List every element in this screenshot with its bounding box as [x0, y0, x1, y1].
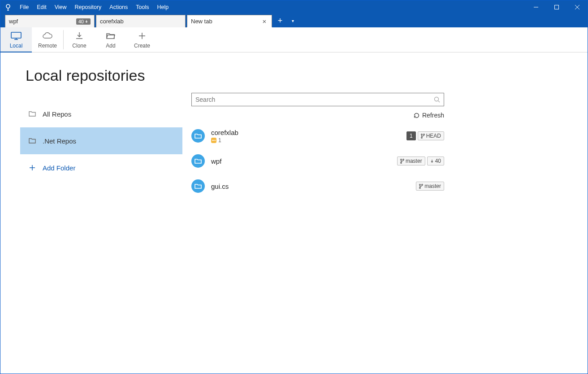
main-content: Local repositories All Repos .Net Repos … [0, 52, 588, 199]
branch-tag[interactable]: master [416, 182, 444, 191]
tab-title: New tab [191, 18, 261, 25]
plus-icon [138, 31, 146, 41]
repo-list: corefxlab •••1 1 HEAD wpf master 40 [191, 123, 444, 199]
svg-point-21 [422, 184, 423, 185]
svg-rect-2 [555, 5, 559, 9]
repo-panel: Refresh corefxlab •••1 1 HEAD wpf [191, 67, 469, 199]
toolbar-label: Clone [72, 43, 86, 49]
menu-repository[interactable]: Repository [71, 0, 106, 14]
svg-point-18 [403, 159, 404, 160]
toolbar: Local Remote Clone Add Create [0, 27, 588, 52]
tab-close-button[interactable]: × [261, 17, 268, 25]
tab-new[interactable]: New tab × [187, 15, 272, 27]
svg-point-17 [401, 159, 402, 160]
svg-point-15 [423, 134, 424, 135]
toolbar-label: Remote [38, 43, 57, 49]
folder-icon [28, 138, 36, 144]
svg-point-16 [421, 137, 422, 138]
tab-add-button[interactable]: + [273, 14, 287, 27]
search-field[interactable] [191, 93, 444, 106]
repo-folder-icon [191, 129, 205, 143]
toolbar-label: Create [134, 43, 150, 49]
branch-icon [421, 134, 425, 139]
repo-folder-icon [191, 179, 205, 193]
tab-title: wpf [9, 18, 76, 25]
folder-open-icon [106, 31, 116, 41]
repo-row-wpf[interactable]: wpf master 40 [191, 148, 444, 174]
repo-name: corefxlab [211, 129, 400, 136]
incoming-tag[interactable]: 40 [427, 157, 444, 165]
tab-wpf[interactable]: wpf 40 [5, 15, 95, 27]
window-maximize-button[interactable] [546, 0, 567, 14]
svg-rect-5 [11, 32, 21, 38]
repo-tags: master [416, 182, 444, 191]
repo-tags: master 40 [397, 157, 444, 165]
repo-row-guics[interactable]: gui.cs master [191, 174, 444, 199]
branch-icon [400, 159, 404, 164]
window-close-button[interactable] [567, 0, 588, 14]
toolbar-label: Add [106, 43, 115, 49]
tabstrip: wpf 40 corefxlab New tab × + ▾ [0, 14, 588, 27]
menu-view[interactable]: View [51, 0, 71, 14]
repo-tags: 1 HEAD [406, 131, 444, 140]
sidebar-item-label: All Repos [43, 110, 71, 118]
repo-info: wpf [211, 157, 391, 165]
sidebar-item-all-repos[interactable]: All Repos [20, 100, 182, 127]
sidebar-item-net-repos[interactable]: .Net Repos [20, 127, 182, 154]
sidebar-item-label: .Net Repos [43, 137, 76, 145]
count-badge: 1 [406, 131, 416, 140]
page-title: Local repositories [26, 67, 191, 84]
toolbar-local[interactable]: Local [0, 27, 32, 52]
menu-file[interactable]: File [16, 0, 33, 14]
menu-actions[interactable]: Actions [105, 0, 132, 14]
repo-info: gui.cs [211, 183, 410, 190]
stash-icon: ••• [211, 138, 216, 143]
refresh-label: Refresh [422, 112, 444, 119]
tab-title: corefxlab [100, 18, 182, 25]
arrow-down-icon [85, 20, 88, 23]
sidebar-item-label: Add Folder [43, 164, 75, 172]
svg-point-12 [435, 97, 439, 101]
toolbar-add[interactable]: Add [95, 27, 126, 52]
tab-dropdown-button[interactable]: ▾ [288, 14, 297, 27]
svg-point-20 [419, 184, 421, 185]
search-input[interactable] [195, 96, 434, 103]
repo-info: corefxlab •••1 [211, 129, 400, 144]
toolbar-remote[interactable]: Remote [32, 27, 63, 52]
repo-stash: •••1 [211, 137, 400, 144]
svg-line-13 [438, 101, 440, 102]
repo-row-corefxlab[interactable]: corefxlab •••1 1 HEAD [191, 123, 444, 148]
svg-point-14 [421, 134, 422, 135]
svg-point-22 [419, 187, 421, 188]
repo-name: gui.cs [211, 183, 410, 190]
repo-folder-icon [191, 154, 205, 168]
app-logo-icon [0, 4, 16, 11]
tab-badge: 40 [76, 18, 91, 25]
toolbar-label: Local [10, 43, 23, 49]
window-controls [526, 0, 588, 14]
svg-point-19 [401, 162, 402, 163]
download-icon [75, 31, 84, 41]
tab-corefxlab[interactable]: corefxlab [96, 15, 186, 27]
window-minimize-button[interactable] [526, 0, 546, 14]
toolbar-clone[interactable]: Clone [64, 27, 95, 52]
repo-name: wpf [211, 157, 391, 165]
search-icon [434, 96, 440, 103]
sidebar-add-folder[interactable]: Add Folder [20, 154, 182, 181]
refresh-icon [414, 113, 419, 118]
refresh-button[interactable]: Refresh [191, 112, 444, 119]
menu-edit[interactable]: Edit [33, 0, 51, 14]
menu-help[interactable]: Help [153, 0, 173, 14]
branch-tag[interactable]: HEAD [418, 131, 444, 140]
svg-point-0 [6, 4, 10, 8]
arrow-down-icon [430, 159, 434, 163]
folder-icon [28, 111, 36, 117]
sidebar: Local repositories All Repos .Net Repos … [26, 67, 191, 199]
monitor-icon [10, 31, 22, 41]
plus-icon [28, 165, 36, 171]
cloud-icon [42, 31, 53, 41]
branch-tag[interactable]: master [397, 157, 425, 165]
toolbar-create[interactable]: Create [126, 27, 158, 52]
menu-tools[interactable]: Tools [132, 0, 153, 14]
branch-icon [419, 184, 423, 189]
